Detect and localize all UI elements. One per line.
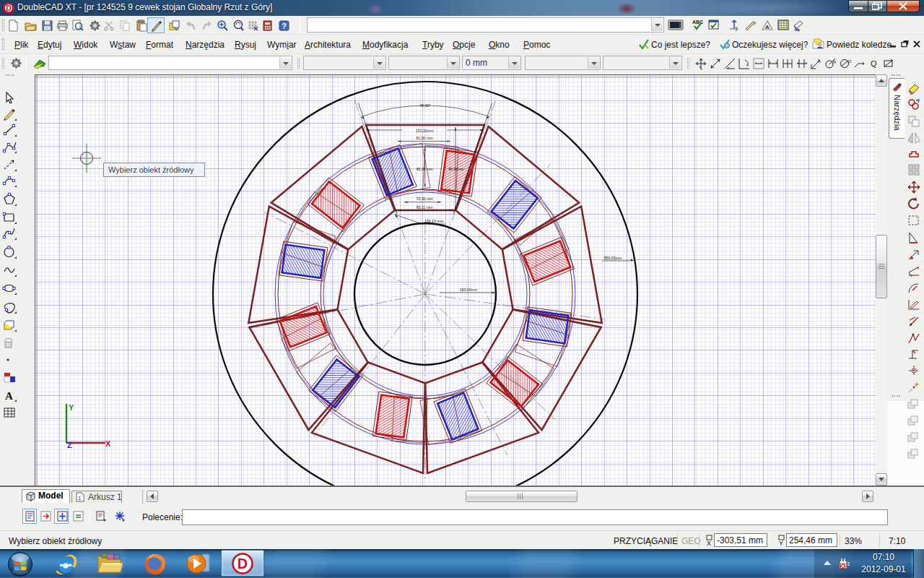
svg-text:Y: Y bbox=[69, 403, 74, 412]
svg-text:150,13 mm: 150,13 mm bbox=[424, 219, 443, 223]
svg-text:R: R bbox=[833, 60, 837, 64]
svg-text:?: ? bbox=[753, 20, 757, 27]
svg-text:D: D bbox=[237, 556, 248, 571]
svg-text:A: A bbox=[817, 59, 821, 64]
svg-text:Y: Y bbox=[779, 540, 783, 546]
svg-text:D: D bbox=[848, 59, 852, 64]
svg-text:850,00mm: 850,00mm bbox=[604, 256, 622, 260]
svg-text:65,11 mm: 65,11 mm bbox=[417, 205, 433, 210]
svg-text:A: A bbox=[765, 24, 770, 30]
svg-text:73,30 mm: 73,30 mm bbox=[416, 197, 432, 201]
svg-text:X: X bbox=[105, 439, 111, 448]
svg-text:Z: Z bbox=[67, 441, 72, 449]
svg-text:46,46mm: 46,46mm bbox=[448, 167, 464, 171]
svg-text:133,30mm: 133,30mm bbox=[416, 129, 434, 133]
svg-text:45,36 mm: 45,36 mm bbox=[416, 167, 432, 171]
svg-text:40,00°: 40,00° bbox=[419, 103, 430, 108]
svg-text:ABC: ABC bbox=[692, 20, 703, 25]
svg-text:?: ? bbox=[282, 22, 287, 30]
svg-text:X: X bbox=[707, 540, 711, 546]
svg-text:190,00mm: 190,00mm bbox=[460, 288, 478, 292]
svg-text:1: 1 bbox=[78, 495, 82, 501]
svg-text:A: A bbox=[5, 390, 13, 402]
svg-text:Q: Q bbox=[871, 59, 877, 68]
svg-text:61,60 mm: 61,60 mm bbox=[416, 136, 432, 140]
svg-text:D: D bbox=[6, 4, 12, 12]
